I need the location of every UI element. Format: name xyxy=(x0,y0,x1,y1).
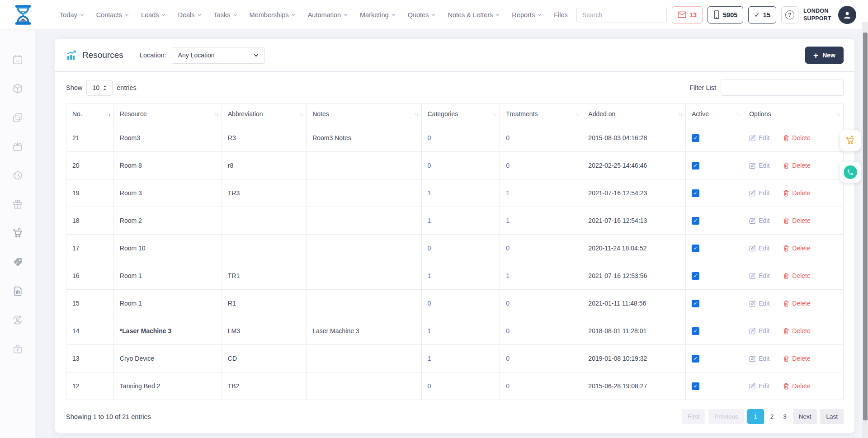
treatments-count-link[interactable]: 1 xyxy=(506,189,509,197)
sidebar-item-gifts[interactable] xyxy=(11,198,24,211)
categories-count-link[interactable]: 1 xyxy=(428,189,431,197)
active-checkbox[interactable]: ✓ xyxy=(692,382,699,390)
scrollbar-thumb[interactable] xyxy=(863,33,868,420)
tasks-badge[interactable]: ✓ 15 xyxy=(748,6,776,24)
edit-link[interactable]: Edit xyxy=(749,162,769,169)
messages-badge[interactable]: 13 xyxy=(672,6,703,24)
column-header[interactable]: Added on ↑↓ xyxy=(582,104,686,124)
quick-call-button[interactable] xyxy=(840,162,861,183)
edit-link[interactable]: Edit xyxy=(749,355,769,362)
edit-link[interactable]: Edit xyxy=(749,189,769,197)
delete-link[interactable]: Delete xyxy=(783,272,810,279)
calls-badge[interactable]: 5905 xyxy=(708,6,743,24)
edit-link[interactable]: Edit xyxy=(749,217,769,224)
nav-item[interactable]: Files xyxy=(554,11,568,19)
pagination-button[interactable]: 3 xyxy=(780,409,790,424)
active-checkbox[interactable]: ✓ xyxy=(692,134,699,142)
treatments-count-link[interactable]: 0 xyxy=(506,327,509,334)
pagination-button[interactable]: 2 xyxy=(767,409,777,424)
active-checkbox[interactable]: ✓ xyxy=(692,327,699,335)
treatments-count-link[interactable]: 0 xyxy=(506,162,509,169)
app-logo-hourglass-icon[interactable] xyxy=(13,5,33,25)
column-header[interactable]: Notes ↑↓ xyxy=(307,104,421,124)
sidebar-item-pos-cart[interactable] xyxy=(11,227,24,240)
edit-link[interactable]: Edit xyxy=(749,300,769,307)
active-checkbox[interactable]: ✓ xyxy=(692,217,699,225)
treatments-count-link[interactable]: 0 xyxy=(506,355,509,362)
location-select[interactable]: Any Location xyxy=(172,47,265,64)
categories-count-link[interactable]: 0 xyxy=(428,162,431,169)
pagination-button[interactable]: Next xyxy=(793,409,817,424)
nav-item[interactable]: Automation xyxy=(308,11,348,19)
active-checkbox[interactable]: ✓ xyxy=(692,272,699,280)
delete-link[interactable]: Delete xyxy=(783,355,810,362)
new-button[interactable]: + New xyxy=(805,47,844,64)
sidebar-item-calendar[interactable]: 12 xyxy=(11,53,24,66)
delete-link[interactable]: Delete xyxy=(783,134,810,141)
column-header[interactable]: Resource ↑↓ xyxy=(113,104,222,124)
column-header[interactable]: Abbreviation ↑↓ xyxy=(222,104,306,124)
help-button[interactable]: ? xyxy=(781,6,798,24)
active-checkbox[interactable]: ✓ xyxy=(692,189,699,197)
categories-count-link[interactable]: 1 xyxy=(428,327,431,334)
column-header[interactable]: Options ↑↓ xyxy=(743,104,844,124)
column-header[interactable]: No. ↑↓ xyxy=(66,104,114,124)
treatments-count-link[interactable]: 1 xyxy=(506,272,509,279)
filter-input[interactable] xyxy=(721,80,844,96)
sidebar-item-security[interactable] xyxy=(11,343,24,355)
column-header[interactable]: Active ↑↓ xyxy=(685,104,743,124)
treatments-count-link[interactable]: 1 xyxy=(506,217,509,224)
delete-link[interactable]: Delete xyxy=(783,300,810,307)
search-input[interactable] xyxy=(577,7,667,23)
delete-link[interactable]: Delete xyxy=(783,217,810,224)
sidebar-item-history[interactable] xyxy=(11,169,24,182)
column-header[interactable]: Treatments ↑↓ xyxy=(500,104,582,124)
nav-item[interactable]: Tasks xyxy=(214,11,237,19)
edit-link[interactable]: Edit xyxy=(749,134,769,141)
categories-count-link[interactable]: 0 xyxy=(428,245,431,252)
delete-link[interactable]: Delete xyxy=(783,162,810,169)
categories-count-link[interactable]: 1 xyxy=(428,272,431,279)
edit-link[interactable]: Edit xyxy=(749,327,769,334)
edit-link[interactable]: Edit xyxy=(749,272,769,279)
nav-item[interactable]: Leads xyxy=(141,11,166,19)
user-avatar[interactable] xyxy=(838,6,856,24)
nav-item[interactable]: Notes & Letters xyxy=(448,11,500,19)
pagination-button[interactable]: Previous xyxy=(708,409,744,424)
categories-count-link[interactable]: 1 xyxy=(428,355,431,362)
treatments-count-link[interactable]: 0 xyxy=(506,382,509,390)
edit-link[interactable]: Edit xyxy=(749,382,769,390)
column-header[interactable]: Categories ↑↓ xyxy=(421,104,500,124)
nav-item[interactable]: Reports xyxy=(512,11,542,19)
delete-link[interactable]: Delete xyxy=(783,245,810,252)
active-checkbox[interactable]: ✓ xyxy=(692,162,699,170)
pagination-button[interactable]: 1 xyxy=(747,409,764,424)
sidebar-item-products[interactable] xyxy=(11,82,24,95)
categories-count-link[interactable]: 0 xyxy=(428,382,431,390)
delete-link[interactable]: Delete xyxy=(783,327,810,334)
active-checkbox[interactable]: ✓ xyxy=(692,355,699,363)
pagination-button[interactable]: First xyxy=(682,409,705,424)
sidebar-item-pricing[interactable] xyxy=(11,256,24,268)
sidebar-item-customer-sync[interactable] xyxy=(11,314,24,326)
nav-item[interactable]: Quotes xyxy=(408,11,436,19)
nav-item[interactable]: Memberships xyxy=(250,11,296,19)
active-checkbox[interactable]: ✓ xyxy=(692,245,699,252)
treatments-count-link[interactable]: 0 xyxy=(506,245,509,252)
active-checkbox[interactable]: ✓ xyxy=(692,300,699,307)
sidebar-item-reports[interactable] xyxy=(11,285,24,297)
pagination-button[interactable]: Last xyxy=(820,409,844,424)
nav-item[interactable]: Contacts xyxy=(96,11,129,19)
sidebar-item-duplicates[interactable] xyxy=(11,111,24,124)
entries-per-page-select[interactable]: 10 xyxy=(86,80,113,96)
categories-count-link[interactable]: 0 xyxy=(428,134,431,141)
nav-item[interactable]: Today xyxy=(60,11,84,19)
quick-cart-button[interactable] xyxy=(840,130,861,151)
delete-link[interactable]: Delete xyxy=(783,382,810,390)
categories-count-link[interactable]: 0 xyxy=(428,300,431,307)
nav-item[interactable]: Marketing xyxy=(360,11,396,19)
sidebar-item-bookings[interactable] xyxy=(11,140,24,153)
delete-link[interactable]: Delete xyxy=(783,189,810,197)
treatments-count-link[interactable]: 0 xyxy=(506,300,509,307)
treatments-count-link[interactable]: 0 xyxy=(506,134,509,141)
